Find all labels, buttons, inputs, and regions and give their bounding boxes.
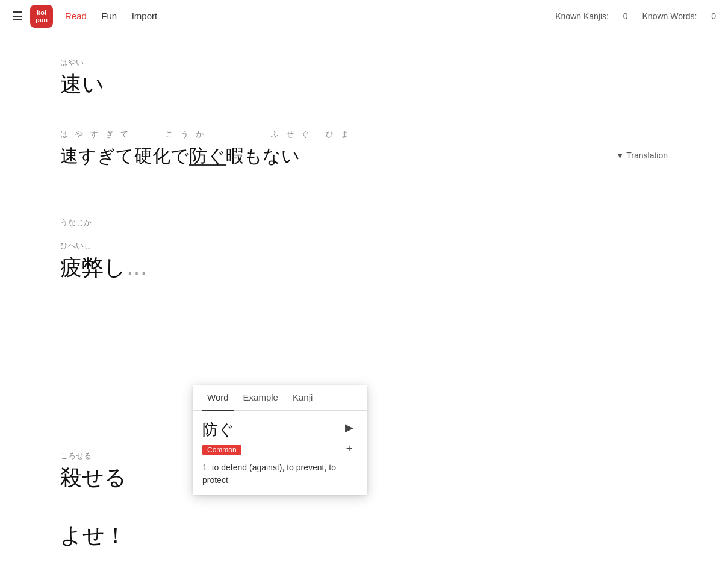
nav-import[interactable]: Import bbox=[132, 11, 158, 21]
popup-word: 防ぐ bbox=[202, 419, 358, 440]
entry-unajika-reading: うなじか bbox=[60, 217, 668, 228]
entry-hayai: はやい 速い bbox=[60, 57, 668, 99]
popup-body: 防ぐ Common ▶ + 1.to defend (against), to … bbox=[193, 411, 367, 495]
entry-hayai-reading: はやい bbox=[60, 57, 668, 68]
entry-yose: よせ！ bbox=[60, 522, 668, 550]
popup-actions: ▶ + bbox=[341, 419, 358, 458]
sentence-before: 速すぎて硬化で bbox=[60, 146, 189, 166]
entry-hayai-word: 速い bbox=[60, 70, 668, 99]
sentence: 速すぎて硬化で防ぐ暇もない ▼ Translation bbox=[60, 142, 668, 169]
word-popup: Word Example Kanji 防ぐ Common ▶ + 1.to de… bbox=[193, 385, 367, 495]
nav-fun[interactable]: Fun bbox=[101, 11, 117, 21]
nav-read[interactable]: Read bbox=[65, 11, 87, 21]
popup-tab-kanji[interactable]: Kanji bbox=[288, 385, 317, 411]
def-text: to defend (against), to prevent, to prot… bbox=[202, 463, 336, 485]
sentence-highlighted-word[interactable]: 防ぐ bbox=[189, 146, 226, 166]
main-content: はやい 速い はやすぎて こうか ふせぐ ひま 速すぎて硬化で防ぐ暇もない ▼ … bbox=[0, 33, 728, 568]
logo: koipun bbox=[30, 5, 53, 28]
entry-hiheishi-word: 疲弊し… bbox=[60, 254, 668, 282]
common-badge: Common bbox=[202, 445, 241, 455]
add-word-button[interactable]: + bbox=[341, 441, 358, 458]
def-number: 1. bbox=[202, 463, 210, 472]
popup-definition: 1.to defend (against), to prevent, to pr… bbox=[202, 461, 358, 487]
translation-toggle[interactable]: ▼ Translation bbox=[616, 149, 668, 162]
popup-tab-example[interactable]: Example bbox=[238, 385, 283, 411]
known-stats: Known Kanjis: 0 Known Words: 0 bbox=[543, 11, 716, 21]
popup-tab-word[interactable]: Word bbox=[202, 385, 234, 411]
popup-tabs: Word Example Kanji bbox=[193, 385, 367, 411]
yose-word: よせ！ bbox=[60, 522, 668, 550]
sentence-after: 暇もない bbox=[226, 146, 300, 166]
entry-hiheishi-reading: ひへいし bbox=[60, 240, 668, 251]
sentence-block: はやすぎて こうか ふせぐ ひま 速すぎて硬化で防ぐ暇もない ▼ Transla… bbox=[60, 129, 668, 169]
header: ☰ koipun Read Fun Import Known Kanjis: 0… bbox=[0, 0, 728, 33]
main-nav: Read Fun Import bbox=[65, 11, 169, 22]
known-kanjis: Known Kanjis: 0 bbox=[555, 11, 627, 21]
known-words: Known Words: 0 bbox=[642, 11, 716, 21]
entry-hiheishi: ひへいし 疲弊し… Word Example Kanji 防ぐ Common ▶… bbox=[60, 240, 668, 282]
play-audio-button[interactable]: ▶ bbox=[341, 419, 358, 436]
sentence-reading: はやすぎて こうか ふせぐ ひま bbox=[60, 129, 668, 140]
entry-unajika: うなじか bbox=[60, 217, 668, 228]
hamburger-icon[interactable]: ☰ bbox=[12, 9, 23, 23]
